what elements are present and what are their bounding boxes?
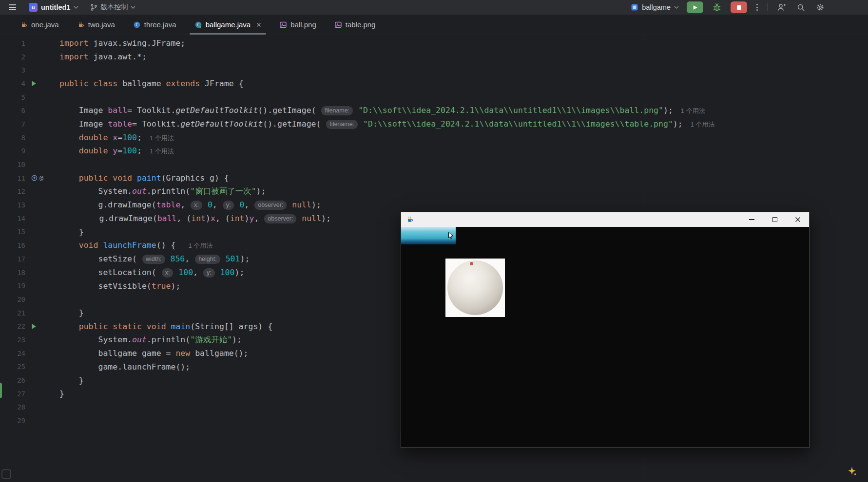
code-text: setVisible(true);: [56, 281, 180, 291]
tab-table-png[interactable]: table.png: [329, 15, 381, 35]
run-button[interactable]: [687, 1, 703, 13]
class-icon: C: [133, 21, 141, 29]
code-text: public class ballgame extends JFrame {: [56, 79, 244, 88]
inlay-hint[interactable]: y:: [203, 268, 215, 278]
code-line-6[interactable]: 6 Image ball= Toolkit.getDefaultToolkit(…: [0, 104, 868, 117]
run-gutter-icon[interactable]: [25, 80, 56, 87]
inlay-hint[interactable]: height:: [195, 255, 220, 264]
profile-button[interactable]: [775, 1, 787, 13]
line-number: 17: [0, 255, 25, 263]
run-config-selector[interactable]: ballgame: [631, 3, 679, 11]
vcs-widget[interactable]: 版本控制: [90, 3, 135, 12]
run-gutter-icon[interactable]: [25, 323, 56, 330]
run-config-icon: [631, 3, 638, 11]
code-line-11[interactable]: 11@ public void paint(Graphics g) {: [0, 171, 868, 185]
code-text: }: [56, 389, 64, 398]
line-number: 10: [0, 161, 25, 168]
code-line-4[interactable]: 4public class ballgame extends JFrame {: [0, 77, 868, 91]
app-window[interactable]: [401, 212, 810, 448]
line-number: 1: [0, 39, 25, 47]
line-number: 5: [0, 93, 25, 101]
image-icon: [279, 21, 287, 29]
code-line-9[interactable]: 9 double y=100;1 个用法: [0, 145, 868, 158]
usages-hint[interactable]: 1 个用法: [681, 107, 705, 114]
close-icon: [795, 217, 801, 222]
window-close-button[interactable]: [786, 212, 809, 227]
editor-tabs: one.javatwo.javaCthree.javaCballgame.jav…: [0, 15, 868, 35]
maximize-icon: [772, 217, 777, 222]
line-number: 13: [0, 201, 25, 209]
line-number: 28: [0, 403, 25, 411]
code-line-1[interactable]: 1import javax.swing.JFrame;: [0, 37, 868, 50]
usages-hint[interactable]: 1 个用法: [188, 242, 212, 249]
line-number: 20: [0, 296, 25, 303]
gear-icon: [816, 3, 825, 12]
code-text: Image ball= Toolkit.getDefaultToolkit().…: [56, 106, 705, 115]
window-minimize-button[interactable]: [740, 212, 763, 227]
window-maximize-button[interactable]: [763, 212, 786, 227]
tool-window-indicator: [0, 383, 2, 398]
search-button[interactable]: [795, 1, 807, 13]
debug-button[interactable]: [711, 1, 723, 13]
code-line-7[interactable]: 7 Image table= Toolkit.getDefaultToolkit…: [0, 117, 868, 131]
code-text: }: [56, 376, 84, 385]
app-window-titlebar[interactable]: [401, 212, 809, 227]
line-number: 16: [0, 241, 25, 249]
line-number: 3: [0, 66, 25, 74]
code-line-10[interactable]: 10: [0, 158, 868, 171]
main-menu-icon[interactable]: [8, 2, 17, 12]
code-line-2[interactable]: 2import java.awt.*;: [0, 50, 868, 64]
usages-hint[interactable]: 1 个用法: [150, 148, 174, 155]
class-run-icon: C: [194, 21, 202, 29]
line-number: 4: [0, 80, 25, 88]
overrides-gutter-icon[interactable]: @: [25, 174, 56, 182]
code-line-3[interactable]: 3: [0, 63, 868, 77]
mouse-cursor-icon: [448, 232, 455, 241]
inlay-hint[interactable]: y:: [223, 201, 234, 210]
line-number: 25: [0, 363, 25, 371]
line-number: 11: [0, 174, 25, 182]
settings-button[interactable]: [814, 1, 826, 13]
java-cup-icon: [20, 21, 28, 29]
code-line-13[interactable]: 13 g.drawImage(table, x: 0, y: 0, observ…: [0, 198, 868, 212]
usages-hint[interactable]: 1 个用法: [691, 121, 715, 128]
line-number: 19: [0, 282, 25, 290]
inlay-hint[interactable]: filename:: [326, 120, 358, 129]
inlay-hint[interactable]: observer:: [264, 214, 296, 223]
inlay-hint[interactable]: x:: [191, 201, 202, 210]
code-line-5[interactable]: 5: [0, 91, 868, 104]
stop-button[interactable]: [731, 1, 747, 13]
inlay-hint[interactable]: width:: [142, 255, 165, 264]
ball-sphere: [447, 260, 503, 315]
code-text: setLocation( x: 100, y: 100);: [56, 268, 244, 278]
project-selector[interactable]: u untitled1: [29, 3, 78, 12]
line-number: 21: [0, 309, 25, 317]
vcs-label: 版本控制: [100, 3, 128, 12]
tab-ball-png[interactable]: ball.png: [274, 15, 322, 35]
tab-two-java[interactable]: two.java: [72, 15, 120, 35]
inlay-hint[interactable]: x:: [162, 268, 174, 278]
inlay-hint[interactable]: filename:: [321, 106, 353, 115]
ai-sparkle-icon[interactable]: [847, 466, 857, 478]
ide-root: u untitled1 版本控制 ballgame: [0, 0, 868, 482]
tab-ballgame-java[interactable]: Cballgame.java: [189, 15, 267, 35]
tab-one-java[interactable]: one.java: [15, 15, 64, 35]
close-icon[interactable]: [256, 22, 261, 27]
code-line-8[interactable]: 8 double x=100;1 个用法: [0, 131, 868, 145]
search-icon: [797, 3, 805, 12]
inlay-hint[interactable]: observer:: [254, 201, 287, 210]
intention-bulb-icon[interactable]: [25, 215, 57, 222]
more-actions-icon[interactable]: [755, 2, 759, 12]
line-number: 23: [0, 336, 25, 344]
code-text: double x=100;1 个用法: [56, 133, 174, 143]
tab-label: two.java: [88, 20, 115, 29]
code-line-12[interactable]: 12 System.out.println("窗口被画了一次");: [0, 185, 868, 199]
code-text: import javax.swing.JFrame;: [56, 38, 185, 48]
tab-three-java[interactable]: Cthree.java: [128, 15, 182, 35]
tool-window-button[interactable]: [1, 469, 11, 479]
java-cup-icon: [77, 21, 85, 29]
image-icon: [334, 21, 342, 29]
code-text: Image table= Toolkit.getDefaultToolkit()…: [56, 119, 715, 129]
bug-icon: [713, 3, 721, 12]
usages-hint[interactable]: 1 个用法: [150, 134, 174, 142]
